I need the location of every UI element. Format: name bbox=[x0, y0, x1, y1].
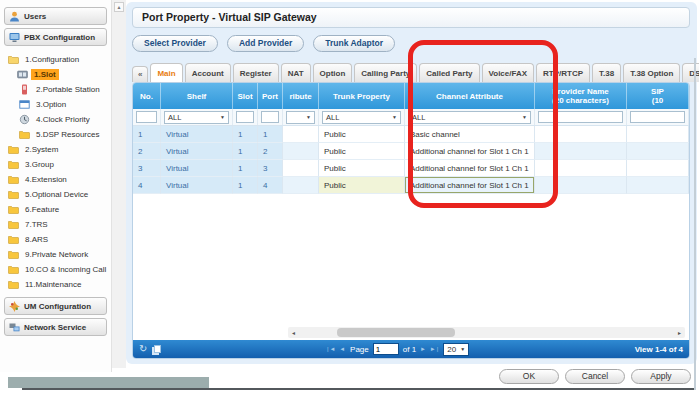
add-provider-button[interactable]: Add Provider bbox=[227, 35, 304, 52]
cell-provider[interactable] bbox=[535, 177, 627, 194]
cell-provider[interactable] bbox=[535, 160, 627, 177]
sidebar-item-network-service[interactable]: Network Service bbox=[4, 318, 107, 336]
cell-sip[interactable] bbox=[627, 143, 689, 160]
sidebar-item-trs[interactable]: 7.TRS bbox=[8, 217, 111, 232]
window-bottom-edge bbox=[22, 388, 694, 390]
cell-sip[interactable] bbox=[627, 160, 689, 177]
cell-channel[interactable]: Basic channel bbox=[405, 126, 535, 143]
tab-nat[interactable]: NAT bbox=[281, 63, 311, 82]
ok-button[interactable]: OK bbox=[499, 369, 559, 384]
apply-button[interactable]: Apply bbox=[631, 369, 691, 384]
cell-provider[interactable] bbox=[535, 126, 627, 143]
tabs-scroll-left[interactable]: « bbox=[132, 66, 148, 82]
filter-shelf-select[interactable]: ALL▼ bbox=[164, 111, 229, 124]
cell-channel-selected[interactable]: Additional channel for Slot 1 Ch 1 bbox=[405, 177, 535, 194]
tab-t38[interactable]: T.38 bbox=[592, 63, 621, 82]
tree-label: 3.Group bbox=[22, 159, 57, 170]
sidebar-item-ars[interactable]: 8.ARS bbox=[8, 232, 111, 247]
col-shelf[interactable]: Shelf bbox=[161, 83, 233, 109]
col-channel-attribute[interactable]: Channel Attribute bbox=[405, 83, 535, 109]
sidebar-item-maintenance[interactable]: 11.Maintenance bbox=[8, 277, 111, 292]
page-number-input[interactable] bbox=[373, 343, 399, 355]
tab-register[interactable]: Register bbox=[233, 63, 279, 82]
sidebar-item-system[interactable]: 2.System bbox=[8, 142, 111, 157]
sidebar-item-configuration[interactable]: 1.Configuration bbox=[8, 52, 111, 67]
cell-provider[interactable] bbox=[535, 143, 627, 160]
cell-channel[interactable]: Additional channel for Slot 1 Ch 1 bbox=[405, 160, 535, 177]
scroll-left-icon[interactable]: ◄ bbox=[291, 330, 296, 336]
filter-sip-input[interactable] bbox=[630, 111, 685, 123]
sidebar-item-dsp-resources[interactable]: 5.DSP Resources bbox=[19, 127, 111, 142]
page-size-select[interactable]: 20 ▼ bbox=[443, 343, 469, 356]
sidebar-item-feature[interactable]: 6.Feature bbox=[8, 202, 111, 217]
chevron-down-icon: ▼ bbox=[220, 114, 225, 120]
last-page-icon[interactable]: ► ►| bbox=[420, 346, 439, 352]
filter-slot-input[interactable] bbox=[236, 111, 254, 123]
cell-trunk[interactable]: Public bbox=[319, 177, 405, 194]
filter-provider-input[interactable] bbox=[538, 111, 623, 123]
cell-sip[interactable] bbox=[627, 177, 689, 194]
sidebar-item-option[interactable]: 3.Option bbox=[19, 97, 111, 112]
col-sip[interactable]: SIP(10 bbox=[627, 83, 689, 109]
folder-icon bbox=[8, 234, 19, 245]
tab-t38-option[interactable]: T.38 Option bbox=[623, 63, 680, 82]
col-attribute[interactable]: ribute bbox=[283, 83, 319, 109]
scrollbar-thumb[interactable] bbox=[337, 328, 455, 337]
table-row[interactable]: 2 Virtual 1 2 Public Additional channel … bbox=[133, 143, 689, 160]
cell-shelf: Virtual bbox=[161, 160, 233, 177]
sidebar-item-users[interactable]: Users bbox=[4, 7, 107, 25]
sidebar-item-portable-station[interactable]: 2.Portable Station bbox=[19, 82, 111, 97]
table-row[interactable]: 1 Virtual 1 1 Public Basic channel bbox=[133, 126, 689, 143]
cancel-button[interactable]: Cancel bbox=[565, 369, 625, 384]
tab-called-party[interactable]: Called Party bbox=[419, 63, 479, 82]
refresh-icon[interactable]: ↻ bbox=[139, 344, 147, 354]
scroll-up-icon[interactable]: ▲ bbox=[114, 2, 124, 12]
tab-voice-fax[interactable]: Voice/FAX bbox=[482, 63, 535, 82]
sidebar-item-slot[interactable]: 1.Slot bbox=[17, 67, 111, 82]
copy-pages-icon[interactable] bbox=[154, 345, 161, 353]
first-page-icon[interactable]: |◄ ◄ bbox=[327, 346, 346, 352]
table-row[interactable]: 3 Virtual 1 3 Public Additional channel … bbox=[133, 160, 689, 177]
select-provider-button[interactable]: Select Provider bbox=[132, 35, 218, 52]
sidebar-item-group[interactable]: 3.Group bbox=[8, 157, 111, 172]
filter-attribute-select[interactable]: ▼ bbox=[286, 111, 315, 124]
filter-channel-select[interactable]: ALL▼ bbox=[408, 111, 531, 124]
sidebar-item-pbx-configuration[interactable]: PBX Configuration bbox=[4, 28, 107, 46]
cell-trunk[interactable]: Public bbox=[319, 143, 405, 160]
filter-port-input[interactable] bbox=[261, 111, 279, 123]
filter-trunk-select[interactable]: ALL▼ bbox=[322, 111, 401, 124]
col-slot[interactable]: Slot bbox=[233, 83, 258, 109]
table-row-selected[interactable]: 4 Virtual 1 4 Public Additional channel … bbox=[133, 177, 689, 194]
col-port[interactable]: Port bbox=[258, 83, 283, 109]
cell-sip[interactable] bbox=[627, 126, 689, 143]
page-of-label: of 1 bbox=[403, 345, 416, 354]
cell-trunk[interactable]: Public bbox=[319, 126, 405, 143]
tree-label: 3.Option bbox=[33, 99, 69, 110]
col-provider-name[interactable]: Provider Name(20 characters) bbox=[535, 83, 627, 109]
sidebar-item-optional-device[interactable]: 5.Optional Device bbox=[8, 187, 111, 202]
tab-calling-party[interactable]: Calling Party bbox=[354, 63, 417, 82]
tab-main[interactable]: Main bbox=[150, 63, 182, 82]
sidebar-item-clock-priority[interactable]: 4.Clock Priority bbox=[19, 112, 111, 127]
horizontal-scrollbar[interactable]: ◄ ► bbox=[288, 327, 685, 338]
cell-channel[interactable]: Additional channel for Slot 1 Ch 1 bbox=[405, 143, 535, 160]
scroll-right-icon[interactable]: ► bbox=[677, 330, 682, 336]
tree-label: 10.CO & Incoming Call bbox=[22, 264, 109, 275]
cell-trunk[interactable]: Public bbox=[319, 160, 405, 177]
filter-no-input[interactable] bbox=[136, 111, 157, 123]
col-trunk-property[interactable]: Trunk Property bbox=[319, 83, 405, 109]
sidebar-scrollbar[interactable]: ▲ bbox=[112, 0, 126, 368]
tab-rtp-rtcp[interactable]: RTP/RTCP bbox=[536, 63, 590, 82]
sidebar-item-private-network[interactable]: 9.Private Network bbox=[8, 247, 111, 262]
tab-option[interactable]: Option bbox=[313, 63, 353, 82]
sidebar-item-co-incoming-call[interactable]: 10.CO & Incoming Call bbox=[8, 262, 111, 277]
tree-label: 4.Clock Priority bbox=[33, 114, 93, 125]
trunk-adaptor-button[interactable]: Trunk Adaptor bbox=[313, 35, 395, 52]
tab-dsp[interactable]: DSP bbox=[682, 63, 699, 82]
folder-icon bbox=[8, 279, 19, 290]
sidebar-item-um-configuration[interactable]: UM Configuration bbox=[4, 297, 107, 315]
sidebar-item-extension[interactable]: 4.Extension bbox=[8, 172, 111, 187]
col-no[interactable]: No. bbox=[133, 83, 161, 109]
tab-account[interactable]: Account bbox=[185, 63, 231, 82]
sidebar-network-label: Network Service bbox=[24, 323, 86, 332]
